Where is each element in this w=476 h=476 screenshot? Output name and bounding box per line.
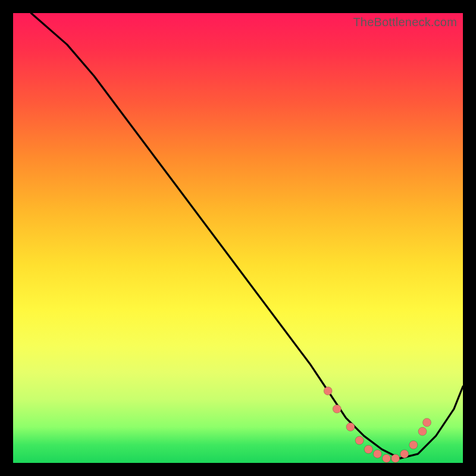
marker-dot: [355, 436, 364, 444]
chart-svg: [13, 13, 463, 463]
chart-frame: TheBottleneck.com: [0, 0, 476, 476]
marker-dot: [400, 450, 409, 458]
marker-dot: [364, 445, 372, 453]
marker-dot: [383, 454, 391, 462]
marker-dot: [418, 427, 427, 436]
curve-path: [31, 13, 463, 458]
markers-group: [324, 387, 431, 462]
marker-dot: [324, 387, 332, 395]
marker-dot: [346, 423, 355, 431]
marker-dot: [392, 454, 400, 462]
marker-dot: [423, 418, 431, 427]
plot-area: TheBottleneck.com: [13, 13, 463, 463]
marker-dot: [373, 450, 381, 458]
marker-dot: [409, 441, 418, 449]
marker-dot: [333, 405, 341, 413]
